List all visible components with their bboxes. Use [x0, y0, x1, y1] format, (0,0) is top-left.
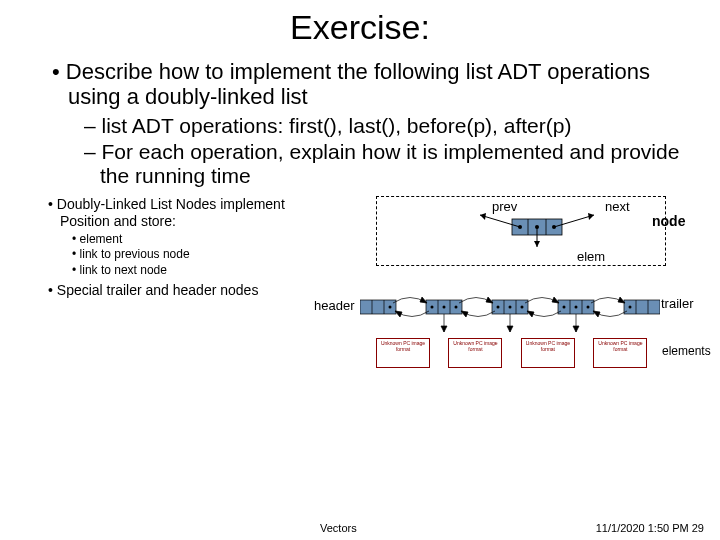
elements-label: elements [662, 344, 711, 358]
bullet-sub2: For each operation, explain how it is im… [84, 140, 684, 188]
svg-marker-9 [588, 213, 594, 220]
svg-marker-7 [480, 213, 486, 220]
elem-label: elem [577, 249, 605, 264]
svg-point-19 [431, 306, 434, 309]
bullet-store-element: element [72, 232, 336, 248]
list-svg-icon [360, 286, 660, 336]
svg-point-20 [443, 306, 446, 309]
svg-point-27 [521, 306, 524, 309]
node-svg-icon [472, 211, 642, 251]
svg-marker-51 [573, 326, 579, 332]
content-area: Describe how to implement the following … [0, 47, 720, 188]
bullet-sub1: list ADT operations: first(), last(), be… [84, 114, 684, 138]
svg-point-32 [575, 306, 578, 309]
elements-row: Unknown PC image format Unknown PC image… [376, 338, 716, 368]
footer-page: 29 [692, 522, 704, 534]
svg-point-15 [389, 306, 392, 309]
node-diagram-box: prev next node elem [376, 196, 666, 266]
node-label: node [652, 213, 685, 229]
svg-point-33 [587, 306, 590, 309]
svg-marker-49 [507, 326, 513, 332]
trailer-label: trailer [661, 296, 694, 311]
svg-marker-11 [534, 241, 540, 247]
svg-point-25 [497, 306, 500, 309]
footer-center: Vectors [320, 522, 357, 534]
element-box: Unknown PC image format [376, 338, 430, 368]
footer-right: 11/1/2020 1:50 PM 29 [596, 522, 704, 534]
bullet-main: Describe how to implement the following … [52, 59, 684, 110]
element-box: Unknown PC image format [448, 338, 502, 368]
svg-point-26 [509, 306, 512, 309]
right-column: prev next node elem header trailer [336, 196, 700, 301]
left-column: Doubly-Linked List Nodes implement Posit… [36, 196, 336, 301]
slide-title: Exercise: [0, 8, 720, 47]
bullet-store-next: link to next node [72, 263, 336, 279]
bullet-store-prev: link to previous node [72, 247, 336, 263]
svg-point-37 [629, 306, 632, 309]
element-box: Unknown PC image format [521, 338, 575, 368]
list-diagram: header trailer [316, 286, 696, 336]
bullet-special-nodes: Special trailer and header nodes [48, 282, 336, 299]
header-label: header [314, 298, 354, 313]
bullet-nodes-desc: Doubly-Linked List Nodes implement Posit… [48, 196, 336, 230]
svg-point-21 [455, 306, 458, 309]
footer-date: 11/1/2020 1:50 PM [596, 522, 689, 534]
svg-point-31 [563, 306, 566, 309]
svg-marker-47 [441, 326, 447, 332]
lower-section: Doubly-Linked List Nodes implement Posit… [0, 190, 720, 301]
element-box: Unknown PC image format [593, 338, 647, 368]
